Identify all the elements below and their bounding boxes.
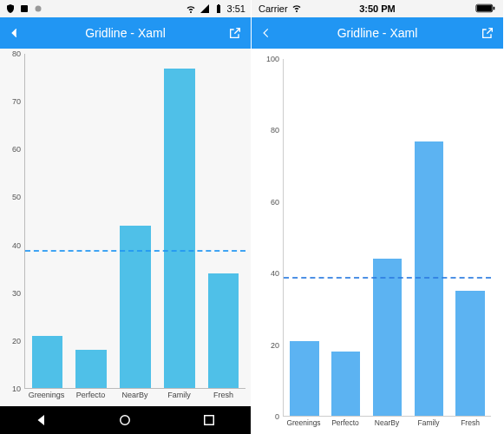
bar-column [449, 59, 491, 416]
y-tick-label: 80 [271, 126, 279, 135]
bar-group [284, 59, 491, 416]
svg-point-1 [36, 6, 42, 12]
y-tick-label: 10 [12, 385, 21, 393]
nav-home-icon[interactable] [117, 412, 133, 428]
bar-column [201, 54, 245, 388]
svg-rect-0 [21, 5, 28, 12]
x-tick-label: Greenings [283, 417, 324, 434]
x-tick-label: NearBy [366, 417, 408, 434]
bar [415, 141, 443, 416]
y-tick-label: 20 [12, 337, 21, 345]
android-title-bar: Gridline - Xaml [0, 17, 251, 49]
bar [373, 259, 402, 416]
y-tick-label: 40 [12, 241, 21, 250]
bar-group [25, 54, 245, 388]
bar-column [284, 59, 325, 416]
y-tick-label: 100 [266, 55, 279, 63]
ios-chart: 020406080100 GreeningsPerfectoNearByFami… [252, 49, 503, 434]
ios-device: Carrier 3:50 PM Gridline - Xaml 02040608… [252, 0, 503, 434]
bar [331, 352, 360, 416]
carrier-label: Carrier [259, 3, 288, 14]
status-time: 3:50 PM [359, 3, 396, 14]
bar-column [367, 59, 409, 416]
bar-column [408, 59, 449, 416]
page-title: Gridline - Xaml [337, 26, 418, 40]
x-axis: GreeningsPerfectoNearByFamilyFresh [283, 417, 491, 434]
y-tick-label: 30 [12, 289, 21, 298]
back-icon[interactable] [260, 27, 272, 39]
status-right-icons: 3:51 [186, 3, 245, 14]
wifi-icon [291, 3, 302, 15]
bar [455, 291, 484, 416]
android-chart: 1020304050607080 GreeningsPerfectoNearBy… [0, 49, 251, 406]
battery-icon [213, 3, 224, 14]
y-tick-label: 80 [12, 49, 21, 58]
bar [208, 273, 239, 388]
svg-rect-3 [205, 416, 214, 425]
y-tick-label: 70 [12, 97, 21, 106]
y-tick-label: 20 [271, 341, 279, 350]
status-left-icons [5, 3, 43, 14]
svg-rect-5 [477, 5, 492, 11]
app-badge-icon [19, 3, 29, 14]
y-tick-label: 40 [271, 269, 279, 278]
bar-column [69, 54, 114, 388]
stripline [284, 277, 491, 279]
nav-recent-icon[interactable] [201, 412, 217, 428]
x-tick-label: NearBy [113, 389, 157, 406]
battery-icon [475, 3, 496, 15]
nav-back-icon[interactable] [34, 412, 49, 428]
comparison-stage: 3:51 Gridline - Xaml 1020304050607080 Gr… [0, 0, 504, 434]
bar-column [25, 54, 69, 388]
bar-column [157, 54, 201, 388]
x-tick-label: Family [157, 389, 201, 406]
status-time: 3:51 [227, 3, 245, 14]
android-device: 3:51 Gridline - Xaml 1020304050607080 Gr… [0, 0, 252, 434]
shield-icon [5, 3, 16, 14]
back-icon[interactable] [9, 27, 21, 39]
y-tick-label: 50 [12, 193, 21, 201]
wifi-icon [186, 3, 196, 14]
android-status-bar: 3:51 [0, 0, 251, 17]
external-link-icon[interactable] [228, 26, 242, 40]
x-tick-label: Family [408, 417, 449, 434]
x-tick-label: Fresh [449, 417, 491, 434]
circle-icon [33, 3, 43, 14]
ios-title-bar: Gridline - Xaml [252, 17, 503, 49]
x-tick-label: Perfecto [69, 389, 113, 406]
x-axis: GreeningsPerfectoNearByFamilyFresh [24, 389, 245, 406]
bar [290, 341, 318, 416]
page-title: Gridline - Xaml [85, 26, 166, 40]
x-tick-label: Perfecto [324, 417, 366, 434]
plot-area [24, 54, 245, 389]
y-tick-label: 60 [271, 198, 279, 207]
bar [32, 336, 63, 389]
y-tick-label: 60 [12, 145, 21, 154]
signal-icon [200, 3, 210, 14]
y-axis: 1020304050607080 [0, 49, 24, 389]
bar-column [114, 54, 158, 388]
x-tick-label: Fresh [201, 389, 245, 406]
x-tick-label: Greenings [24, 389, 69, 406]
bar [75, 350, 107, 388]
status-left: Carrier [259, 3, 302, 15]
svg-rect-6 [494, 6, 495, 9]
svg-point-2 [121, 416, 130, 425]
stripline [25, 250, 245, 252]
bar-column [325, 59, 367, 416]
bar [164, 69, 195, 389]
y-axis: 020406080100 [259, 54, 283, 417]
external-link-icon[interactable] [481, 26, 494, 40]
plot-area [283, 59, 491, 417]
ios-status-bar: Carrier 3:50 PM [252, 0, 503, 17]
y-tick-label: 0 [275, 412, 279, 421]
android-nav-bar [0, 406, 251, 434]
